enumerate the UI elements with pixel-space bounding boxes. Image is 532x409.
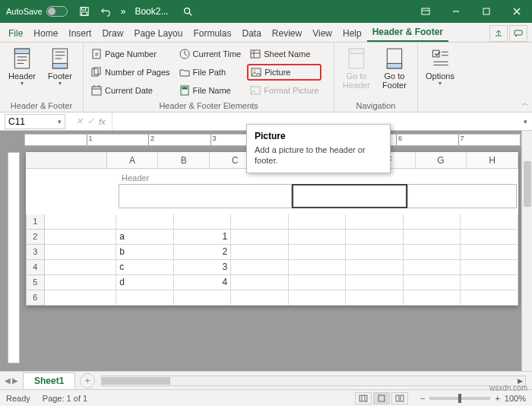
sheet-tab-sheet1[interactable]: Sheet1 — [23, 373, 75, 388]
zoom-level[interactable]: 100% — [505, 394, 526, 403]
autosave-switch[interactable] — [46, 6, 68, 17]
collapse-ribbon-icon[interactable]: ︿ — [521, 98, 529, 109]
col-a[interactable]: A — [107, 152, 159, 168]
row-header[interactable]: 4 — [26, 260, 45, 275]
current-time-button[interactable]: Current Time — [176, 46, 245, 62]
add-sheet-icon[interactable]: + — [80, 373, 95, 388]
select-all-corner[interactable] — [26, 152, 107, 168]
header-button[interactable]: Header▾ — [5, 46, 40, 100]
tab-header-footer[interactable]: Header & Footer — [367, 24, 448, 42]
header-section-label: Header — [119, 172, 517, 184]
tab-formulas[interactable]: Formulas — [188, 25, 236, 42]
svg-rect-40 — [251, 87, 260, 94]
close-icon[interactable] — [502, 0, 532, 23]
cell[interactable] — [116, 214, 174, 230]
accept-formula-icon[interactable]: ✓ — [87, 116, 94, 126]
cell[interactable]: b — [116, 245, 174, 260]
autosave-label: AutoSave — [6, 7, 43, 16]
cell[interactable] — [116, 290, 174, 306]
row-header[interactable]: 6 — [26, 290, 45, 306]
row-header[interactable]: 2 — [26, 230, 45, 245]
cell[interactable]: a — [116, 230, 174, 245]
formula-expand-icon[interactable]: ▾ — [519, 118, 532, 125]
row-header[interactable]: 1 — [26, 214, 45, 230]
zoom-slider[interactable] — [429, 397, 490, 400]
col-g[interactable]: G — [416, 152, 467, 168]
view-page-layout-icon[interactable] — [373, 392, 390, 404]
picture-button[interactable]: Picture — [247, 64, 321, 81]
horizontal-scrollbar[interactable]: ◀▶ — [101, 376, 526, 386]
svg-rect-54 — [396, 395, 399, 401]
tooltip-title: Picture — [255, 131, 382, 141]
zoom-control[interactable]: − + 100% — [420, 394, 526, 403]
tab-home[interactable]: Home — [28, 25, 63, 42]
svg-rect-8 — [483, 8, 489, 14]
page-number-button[interactable]: #Page Number — [88, 46, 173, 62]
save-icon[interactable] — [74, 1, 95, 22]
autosave-toggle[interactable]: AutoSave — [0, 6, 74, 17]
cell[interactable] — [174, 214, 232, 230]
search-icon[interactable] — [173, 6, 203, 17]
col-b[interactable]: B — [158, 152, 210, 168]
cell[interactable]: 3 — [174, 260, 232, 275]
maximize-icon[interactable] — [471, 0, 502, 23]
tab-review[interactable]: Review — [267, 25, 307, 42]
tab-page-layout[interactable]: Page Layou — [128, 25, 188, 42]
name-box[interactable]: C11▾ — [5, 114, 65, 129]
cell[interactable]: c — [116, 260, 174, 275]
svg-line-4 — [189, 13, 192, 16]
svg-rect-5 — [422, 8, 429, 14]
tab-nav-next-icon[interactable]: ▶ — [12, 376, 18, 385]
footer-button[interactable]: Footer▾ — [43, 46, 78, 100]
vertical-ruler[interactable] — [8, 152, 20, 363]
header-left-box[interactable] — [119, 184, 292, 208]
cell[interactable]: 2 — [174, 245, 232, 260]
tab-file[interactable]: File — [3, 25, 28, 42]
cell[interactable]: 4 — [174, 275, 232, 290]
group-label-nav: Navigation — [339, 100, 413, 110]
tooltip-picture: Picture Add a picture to the header or f… — [246, 124, 391, 173]
header-center-box[interactable] — [292, 184, 407, 208]
undo-icon[interactable] — [95, 1, 116, 22]
tab-insert[interactable]: Insert — [63, 25, 97, 42]
sheet-name-button[interactable]: Sheet Name — [247, 46, 321, 62]
tab-data[interactable]: Data — [236, 25, 266, 42]
file-path-button[interactable]: File Path — [176, 64, 245, 81]
cancel-formula-icon[interactable]: ✕ — [76, 116, 83, 126]
status-page: Page: 1 of 1 — [43, 394, 87, 403]
vertical-scrollbar[interactable] — [521, 131, 532, 371]
view-normal-icon[interactable] — [355, 392, 372, 404]
number-of-pages-button[interactable]: Number of Pages — [88, 64, 173, 81]
comments-icon[interactable] — [509, 25, 527, 42]
ribbon-tabs: File Home Insert Draw Page Layou Formula… — [0, 23, 532, 43]
col-h[interactable]: H — [467, 152, 518, 168]
format-picture-button: Format Picture — [247, 82, 321, 99]
file-name-button[interactable]: File Name — [176, 82, 245, 99]
share-icon[interactable] — [489, 25, 508, 42]
tab-view[interactable]: View — [307, 25, 337, 42]
cell[interactable]: d — [116, 275, 174, 290]
zoom-out-icon[interactable]: − — [420, 394, 425, 403]
svg-rect-38 — [252, 68, 261, 76]
tab-draw[interactable]: Draw — [97, 25, 128, 42]
goto-footer-button[interactable]: Go to Footer — [377, 46, 412, 100]
minimize-icon[interactable] — [441, 0, 471, 23]
svg-rect-42 — [349, 49, 363, 53]
tab-nav-prev-icon[interactable]: ◀ — [5, 376, 11, 385]
row-header[interactable]: 5 — [26, 275, 45, 290]
fx-icon[interactable]: fx — [99, 117, 106, 126]
options-button[interactable]: Options▾ — [423, 46, 458, 100]
ribbon-display-icon[interactable] — [410, 0, 441, 23]
zoom-in-icon[interactable]: + — [495, 394, 499, 403]
qat-more[interactable]: » — [116, 6, 131, 17]
cell[interactable]: 1 — [174, 230, 232, 245]
svg-rect-53 — [378, 395, 385, 401]
header-right-box[interactable] — [407, 184, 517, 208]
current-date-button[interactable]: Current Date — [88, 82, 173, 99]
view-page-break-icon[interactable] — [391, 392, 408, 404]
status-ready: Ready — [6, 394, 30, 403]
document-title: Book2... — [130, 6, 173, 17]
cell[interactable] — [174, 290, 232, 306]
tab-help[interactable]: Help — [337, 25, 367, 42]
row-header[interactable]: 3 — [26, 245, 45, 260]
